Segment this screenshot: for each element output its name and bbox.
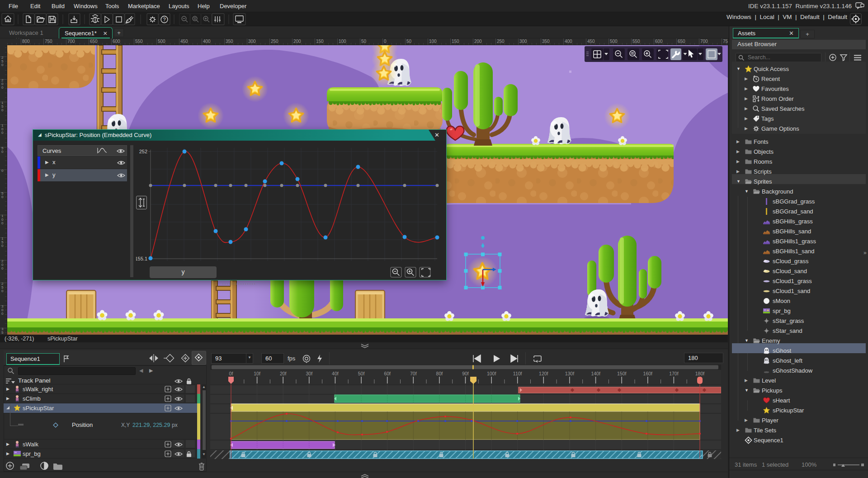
svg-text:10f: 10f — [254, 371, 260, 376]
svg-text:110f: 110f — [513, 371, 522, 376]
svg-text:70f: 70f — [410, 371, 417, 376]
svg-text:50f: 50f — [358, 371, 365, 376]
svg-text:80f: 80f — [436, 371, 443, 376]
svg-text:160f: 160f — [643, 371, 653, 376]
svg-text:252: 252 — [139, 149, 147, 154]
svg-text:170f: 170f — [669, 371, 679, 376]
svg-text:150f: 150f — [617, 371, 627, 376]
svg-text:60f: 60f — [384, 371, 391, 376]
svg-text:30f: 30f — [306, 371, 312, 376]
svg-text:40f: 40f — [332, 371, 339, 376]
svg-text:180f: 180f — [695, 371, 705, 376]
svg-text:?: ? — [163, 17, 166, 22]
svg-text:0f: 0f — [229, 371, 233, 376]
svg-text:120f: 120f — [539, 371, 548, 376]
svg-text:140f: 140f — [591, 371, 600, 376]
svg-text:155.1: 155.1 — [136, 256, 147, 261]
svg-text:20f: 20f — [280, 371, 287, 376]
svg-text:100f: 100f — [487, 371, 496, 376]
svg-text:90f: 90f — [462, 371, 469, 376]
svg-text:130f: 130f — [565, 371, 575, 376]
